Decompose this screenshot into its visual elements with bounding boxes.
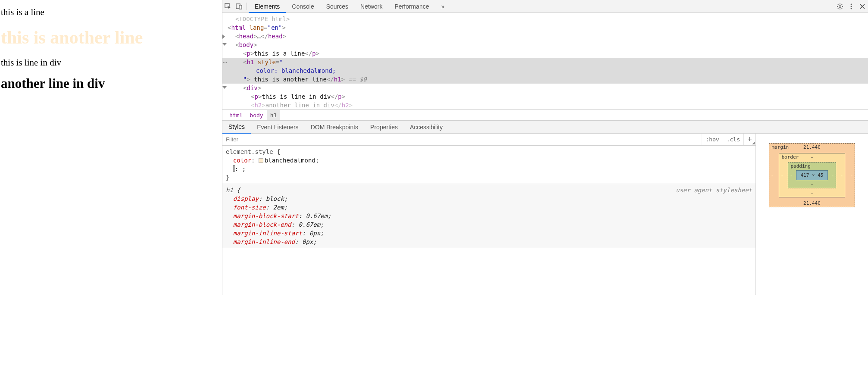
hov-toggle[interactable]: :hov (702, 134, 722, 145)
rule-user-agent-h1: user agent stylesheet h1 { display: bloc… (222, 184, 756, 248)
dom-eq0: == $0 (345, 76, 367, 83)
page-h2: another line in div (1, 76, 221, 91)
dom-div-row[interactable]: <div> (228, 84, 868, 92)
dom-head-close: head (268, 33, 283, 40)
crumb-h1[interactable]: h1 (267, 110, 281, 120)
rule1-val[interactable]: blanchedalmond (265, 157, 315, 164)
box-model-padding[interactable]: padding - - - 417 × 45 (788, 162, 837, 188)
svg-rect-2 (239, 5, 242, 9)
dom-html-tag: html (231, 24, 246, 31)
crumb-html[interactable]: html (226, 110, 246, 120)
tab-performance[interactable]: Performance (388, 0, 435, 13)
subtab-accessibility[interactable]: Accessibility (404, 121, 449, 134)
svg-point-3 (839, 5, 841, 7)
svg-line-11 (841, 4, 842, 5)
tabs-overflow[interactable]: » (435, 0, 451, 13)
devtools-tabs: Elements Console Sources Network Perform… (249, 0, 450, 13)
bm-border-bottom: - (811, 190, 814, 196)
dom-h2-close: h2 (342, 102, 349, 109)
bm-margin-bottom: 21.440 (803, 200, 821, 206)
box-model-border[interactable]: border - - - - padding - - - 417 × 45 (779, 153, 846, 197)
svg-point-14 (851, 8, 852, 9)
subtab-event-listeners[interactable]: Event Listeners (251, 121, 305, 134)
rule2-origin: user agent stylesheet (676, 186, 752, 194)
dom-p2-close: p (338, 93, 341, 100)
page-p2: this is line in div (1, 57, 221, 68)
toolbar-separator (247, 3, 247, 10)
bm-border-left: - (781, 172, 784, 178)
bm-border-label: border (782, 154, 799, 160)
dom-head-row[interactable]: <head>…</head> (228, 32, 868, 41)
box-model-content[interactable]: 417 × 45 (796, 170, 828, 180)
color-swatch-icon[interactable] (259, 158, 263, 163)
dom-body-tag: body (239, 41, 253, 48)
dom-h2-tag: h2 (254, 102, 262, 109)
cls-toggle[interactable]: .cls (723, 134, 743, 145)
dom-html-attr: lang (250, 24, 264, 31)
rule1-selector: element.style (226, 148, 273, 155)
svg-line-8 (838, 4, 839, 5)
dom-head-tag: head (239, 33, 253, 40)
subtab-properties[interactable]: Properties (364, 121, 404, 134)
crumb-body[interactable]: body (246, 110, 266, 120)
svg-line-9 (841, 8, 842, 9)
dom-div-tag: div (247, 84, 257, 91)
devtools-toolbar: Elements Console Sources Network Perform… (222, 0, 868, 13)
rule2-val2: 0.67em (306, 212, 328, 219)
svg-line-10 (838, 8, 839, 9)
dom-head-ellipsis: … (257, 33, 261, 40)
tab-network[interactable]: Network (354, 0, 388, 13)
device-toggle-icon[interactable] (234, 0, 245, 13)
dom-h1-close-row[interactable]: "> this is another line</h1> == $0 (222, 75, 868, 84)
bm-padding-label: padding (791, 163, 811, 169)
rendered-page: this is a line this is another line this… (0, 0, 222, 295)
dom-p2-tag: p (254, 93, 258, 100)
rule2-val0: block (266, 195, 284, 202)
style-rules: element.style { color: blanchedalmond; :… (222, 146, 756, 248)
dom-p1-text: this is a line (254, 50, 305, 57)
elements-tree[interactable]: <!DOCTYPE html> <html lang="en"> <head>…… (222, 13, 868, 109)
close-icon[interactable] (857, 0, 868, 13)
dom-h2-row[interactable]: <h2>another line in div</h2> (228, 101, 868, 109)
rule2-prop3: margin-block-end (233, 221, 291, 228)
tab-console[interactable]: Console (286, 0, 320, 13)
dom-p2-row[interactable]: <p>this is line in div</p> (228, 92, 868, 101)
dom-h1-style-value: color: blanchedalmond; (256, 67, 336, 74)
tab-elements[interactable]: Elements (249, 0, 286, 13)
svg-point-12 (851, 3, 852, 5)
rule2-prop1: font-size (233, 204, 266, 211)
selection-ellipsis-icon[interactable]: ⋯ (223, 58, 227, 66)
dom-h1-style-line[interactable]: color: blanchedalmond; (222, 66, 868, 75)
dom-p-close: p (312, 50, 315, 57)
dom-h1-attr: style (258, 59, 276, 66)
styles-pane: :hov .cls + element.style { color: blanc… (222, 134, 756, 295)
bm-margin-right: - (850, 172, 853, 178)
gear-icon[interactable] (834, 0, 846, 13)
tab-sources[interactable]: Sources (320, 0, 354, 13)
dom-body-row[interactable]: <body> (228, 41, 868, 49)
bm-padding-right: - (831, 172, 834, 178)
dom-h1-row-selected[interactable]: ⋯<h1 style=" (222, 58, 868, 66)
dom-p1-row[interactable]: <p>this is a line</p> (228, 49, 868, 58)
kebab-icon[interactable] (846, 0, 857, 13)
rule2-prop0: display (233, 195, 259, 202)
styles-filter-input[interactable] (222, 134, 702, 145)
rule2-selector: h1 (226, 187, 233, 194)
breadcrumb: html body h1 (222, 109, 868, 121)
page-h1: this is another line (1, 27, 221, 48)
page-p1: this is a line (1, 7, 221, 18)
box-model-margin[interactable]: margin 21.440 21.440 - - border - - - - … (769, 143, 856, 207)
new-style-rule-button[interactable]: + (743, 134, 756, 145)
subtab-dom-breakpoints[interactable]: DOM Breakpoints (305, 121, 364, 134)
bm-margin-label: margin (772, 144, 789, 150)
rule1-editing: : ; (235, 166, 246, 172)
inspect-icon[interactable] (222, 0, 234, 13)
rule1-prop[interactable]: color (233, 157, 251, 164)
lower-split: :hov .cls + element.style { color: blanc… (222, 134, 868, 295)
dom-h1-close: h1 (334, 76, 341, 83)
styles-filterbar: :hov .cls + (222, 134, 756, 146)
dom-h1-tag: h1 (247, 59, 254, 66)
subtab-styles[interactable]: Styles (222, 120, 251, 134)
rule-element-style[interactable]: element.style { color: blanchedalmond; :… (222, 146, 756, 184)
rule2-val4: 0px (309, 230, 320, 237)
